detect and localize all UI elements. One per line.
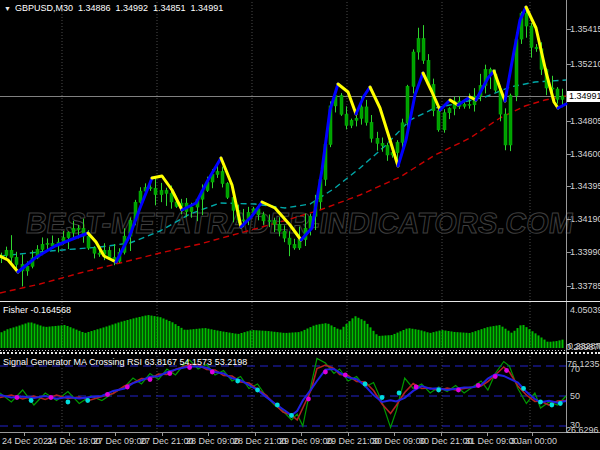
time-axis-label: 29 Dec 09:00 bbox=[279, 436, 333, 446]
time-axis-label: 30 Dec 09:00 bbox=[372, 436, 426, 446]
symbol-dropdown-icon: ▼ bbox=[4, 5, 11, 12]
time-axis-label: 3 Jan 00:00 bbox=[510, 436, 557, 446]
price-axis-label: 1.35415 bbox=[570, 24, 600, 34]
fisher-title: Fisher -0.164568 bbox=[3, 305, 71, 315]
price-axis-label: 1.33785 bbox=[570, 281, 600, 291]
window-separator[interactable] bbox=[0, 352, 600, 354]
level-70-label: 70 bbox=[570, 364, 580, 374]
time-axis-label: 24 Dec 2021 bbox=[2, 436, 53, 446]
price-axis-label: 1.33990 bbox=[570, 247, 600, 257]
signal-min-label: 26.6296 bbox=[566, 425, 599, 435]
fisher-max-label: 4.050394 bbox=[570, 305, 600, 315]
time-axis[interactable]: 24 Dec 202124 Dec 18:0027 Dec 09:0027 De… bbox=[0, 435, 600, 450]
signal-title: Signal Generator MA Crossing RSI 63.8167… bbox=[3, 357, 247, 367]
time-axis-label: 28 Dec 09:00 bbox=[186, 436, 240, 446]
mt4-chart-window: ▼GBPUSD,M301.348861.349921.348511.34991 … bbox=[0, 0, 600, 450]
price-axis-label: 1.35210 bbox=[570, 59, 600, 69]
watermark-text: BEST-METATRADER-INDICATORS.COM bbox=[24, 207, 589, 240]
chart-ohlc-header: ▼GBPUSD,M301.348861.349921.348511.34991 bbox=[4, 3, 228, 13]
level-50-label: 50 bbox=[570, 391, 580, 401]
low-value: 1.34851 bbox=[153, 3, 186, 13]
price-axis-label: 1.34395 bbox=[570, 181, 600, 191]
symbol-period-label: GBPUSD,M30 bbox=[15, 3, 73, 13]
close-value: 1.34991 bbox=[191, 3, 224, 13]
time-axis-label: 27 Dec 09:00 bbox=[93, 436, 147, 446]
fisher-indicator-window[interactable] bbox=[0, 303, 566, 352]
current-price-badge: 1.34991 bbox=[567, 91, 600, 102]
open-value: 1.34886 bbox=[78, 3, 111, 13]
fisher-min-label-overlap: 0.289876 bbox=[566, 342, 600, 352]
high-value: 1.34992 bbox=[116, 3, 149, 13]
price-axis-label: 1.34600 bbox=[570, 149, 600, 159]
window-separator[interactable] bbox=[0, 301, 600, 302]
main-chart-window[interactable] bbox=[0, 0, 566, 300]
price-axis-label: 1.34805 bbox=[570, 116, 600, 126]
